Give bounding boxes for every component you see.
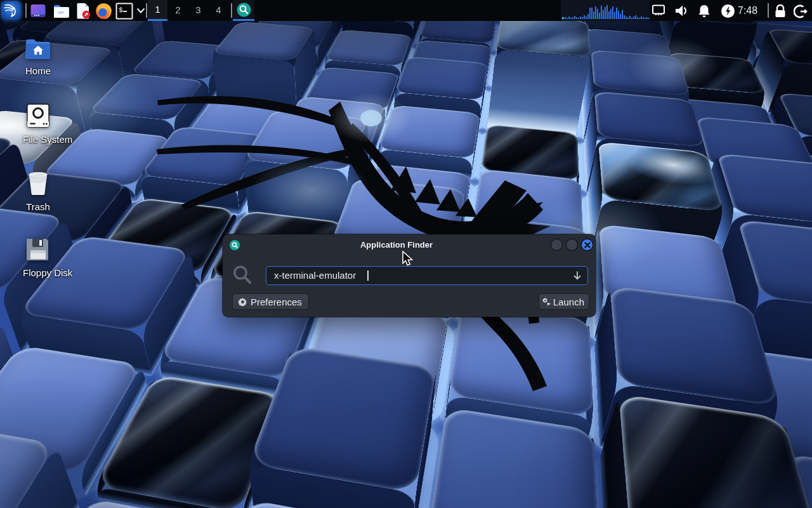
svg-text:$: $: [119, 6, 123, 14]
